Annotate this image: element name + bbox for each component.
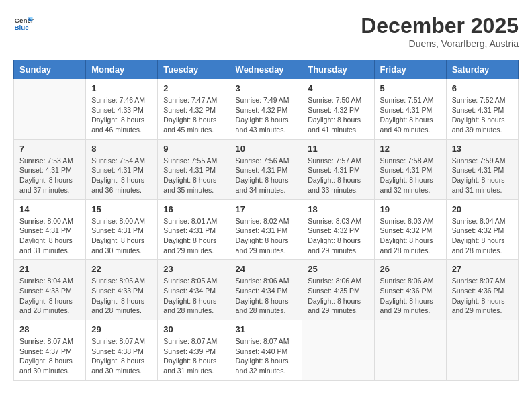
day-info: Sunrise: 8:06 AMSunset: 4:34 PMDaylight:… [236, 276, 297, 316]
calendar-header-row: Sunday Monday Tuesday Wednesday Thursday… [14, 60, 519, 79]
day-info: Sunrise: 7:55 AMSunset: 4:31 PMDaylight:… [163, 156, 224, 195]
calendar-cell: 27Sunrise: 8:07 AMSunset: 4:36 PMDayligh… [446, 260, 518, 320]
day-number: 26 [380, 264, 441, 274]
logo: General Blue [13, 13, 34, 34]
location: Duens, Vorarlberg, Austria [361, 38, 519, 49]
day-info: Sunrise: 8:01 AMSunset: 4:31 PMDaylight:… [163, 216, 224, 256]
day-info: Sunrise: 7:47 AMSunset: 4:32 PMDaylight:… [163, 95, 224, 135]
calendar-cell [14, 79, 86, 140]
calendar-table: Sunday Monday Tuesday Wednesday Thursday… [13, 60, 519, 381]
day-number: 27 [452, 264, 513, 274]
calendar-cell: 2Sunrise: 7:47 AMSunset: 4:32 PMDaylight… [158, 79, 230, 140]
day-number: 23 [163, 264, 224, 274]
day-info: Sunrise: 8:06 AMSunset: 4:35 PMDaylight:… [308, 276, 368, 316]
day-number: 16 [163, 204, 224, 214]
day-number: 22 [91, 264, 152, 274]
calendar-cell: 25Sunrise: 8:06 AMSunset: 4:35 PMDayligh… [302, 260, 374, 320]
day-info: Sunrise: 8:02 AMSunset: 4:31 PMDaylight:… [236, 216, 297, 256]
day-number: 30 [163, 324, 224, 334]
day-number: 13 [452, 144, 513, 154]
day-info: Sunrise: 8:04 AMSunset: 4:32 PMDaylight:… [452, 216, 513, 256]
day-number: 2 [163, 83, 224, 93]
calendar-cell: 22Sunrise: 8:05 AMSunset: 4:33 PMDayligh… [86, 260, 158, 320]
calendar-week-row: 21Sunrise: 8:04 AMSunset: 4:33 PMDayligh… [14, 260, 519, 320]
day-number: 28 [19, 324, 80, 334]
day-number: 29 [91, 324, 152, 334]
day-info: Sunrise: 8:05 AMSunset: 4:33 PMDaylight:… [91, 276, 152, 316]
calendar-cell: 19Sunrise: 8:03 AMSunset: 4:32 PMDayligh… [374, 199, 446, 260]
calendar-cell: 11Sunrise: 7:57 AMSunset: 4:31 PMDayligh… [302, 139, 374, 199]
calendar-cell: 4Sunrise: 7:50 AMSunset: 4:32 PMDaylight… [302, 79, 374, 140]
col-monday: Monday [86, 60, 158, 79]
calendar-cell [374, 320, 446, 381]
day-number: 17 [236, 204, 297, 214]
calendar-cell: 21Sunrise: 8:04 AMSunset: 4:33 PMDayligh… [14, 260, 86, 320]
day-info: Sunrise: 7:57 AMSunset: 4:31 PMDaylight:… [308, 156, 368, 195]
day-number: 5 [380, 83, 441, 93]
calendar-cell: 17Sunrise: 8:02 AMSunset: 4:31 PMDayligh… [230, 199, 302, 260]
calendar-cell: 9Sunrise: 7:55 AMSunset: 4:31 PMDaylight… [158, 139, 230, 199]
day-info: Sunrise: 8:03 AMSunset: 4:32 PMDaylight:… [308, 216, 368, 256]
calendar-week-row: 1Sunrise: 7:46 AMSunset: 4:33 PMDaylight… [14, 79, 519, 140]
day-info: Sunrise: 7:51 AMSunset: 4:31 PMDaylight:… [380, 95, 441, 135]
day-number: 19 [380, 204, 441, 214]
day-number: 3 [236, 83, 297, 93]
day-number: 7 [19, 144, 80, 154]
calendar-cell: 8Sunrise: 7:54 AMSunset: 4:31 PMDaylight… [86, 139, 158, 199]
day-number: 1 [91, 83, 152, 93]
day-info: Sunrise: 8:07 AMSunset: 4:38 PMDaylight:… [91, 336, 152, 376]
logo-icon: General Blue [13, 13, 34, 34]
month-title: December 2025 [361, 13, 519, 38]
calendar-cell: 13Sunrise: 7:59 AMSunset: 4:31 PMDayligh… [446, 139, 518, 199]
day-number: 6 [452, 83, 513, 93]
col-friday: Friday [374, 60, 446, 79]
day-number: 24 [236, 264, 297, 274]
svg-text:Blue: Blue [15, 24, 30, 31]
day-number: 12 [380, 144, 441, 154]
day-number: 25 [308, 264, 368, 274]
calendar-cell: 28Sunrise: 8:07 AMSunset: 4:37 PMDayligh… [14, 320, 86, 381]
day-info: Sunrise: 7:56 AMSunset: 4:31 PMDaylight:… [236, 156, 297, 195]
day-number: 9 [163, 144, 224, 154]
col-sunday: Sunday [14, 60, 86, 79]
calendar-cell: 5Sunrise: 7:51 AMSunset: 4:31 PMDaylight… [374, 79, 446, 140]
day-info: Sunrise: 7:53 AMSunset: 4:31 PMDaylight:… [19, 156, 80, 195]
day-number: 20 [452, 204, 513, 214]
calendar-cell: 23Sunrise: 8:05 AMSunset: 4:34 PMDayligh… [158, 260, 230, 320]
calendar-cell: 30Sunrise: 8:07 AMSunset: 4:39 PMDayligh… [158, 320, 230, 381]
calendar-cell: 26Sunrise: 8:06 AMSunset: 4:36 PMDayligh… [374, 260, 446, 320]
col-wednesday: Wednesday [230, 60, 302, 79]
calendar-cell: 1Sunrise: 7:46 AMSunset: 4:33 PMDaylight… [86, 79, 158, 140]
calendar-cell: 6Sunrise: 7:52 AMSunset: 4:31 PMDaylight… [446, 79, 518, 140]
calendar-cell: 7Sunrise: 7:53 AMSunset: 4:31 PMDaylight… [14, 139, 86, 199]
day-info: Sunrise: 8:06 AMSunset: 4:36 PMDaylight:… [380, 276, 441, 316]
calendar-cell: 20Sunrise: 8:04 AMSunset: 4:32 PMDayligh… [446, 199, 518, 260]
calendar-week-row: 7Sunrise: 7:53 AMSunset: 4:31 PMDaylight… [14, 139, 519, 199]
day-number: 10 [236, 144, 297, 154]
day-info: Sunrise: 7:54 AMSunset: 4:31 PMDaylight:… [91, 156, 152, 195]
day-info: Sunrise: 8:07 AMSunset: 4:40 PMDaylight:… [236, 336, 297, 376]
day-number: 14 [19, 204, 80, 214]
day-info: Sunrise: 8:00 AMSunset: 4:31 PMDaylight:… [19, 216, 80, 256]
day-info: Sunrise: 7:50 AMSunset: 4:32 PMDaylight:… [308, 95, 368, 135]
calendar-week-row: 28Sunrise: 8:07 AMSunset: 4:37 PMDayligh… [14, 320, 519, 381]
calendar-cell: 18Sunrise: 8:03 AMSunset: 4:32 PMDayligh… [302, 199, 374, 260]
day-info: Sunrise: 7:58 AMSunset: 4:31 PMDaylight:… [380, 156, 441, 195]
day-number: 15 [91, 204, 152, 214]
calendar-cell: 31Sunrise: 8:07 AMSunset: 4:40 PMDayligh… [230, 320, 302, 381]
day-info: Sunrise: 8:05 AMSunset: 4:34 PMDaylight:… [163, 276, 224, 316]
calendar-cell: 14Sunrise: 8:00 AMSunset: 4:31 PMDayligh… [14, 199, 86, 260]
day-info: Sunrise: 7:49 AMSunset: 4:32 PMDaylight:… [236, 95, 297, 135]
calendar-week-row: 14Sunrise: 8:00 AMSunset: 4:31 PMDayligh… [14, 199, 519, 260]
day-info: Sunrise: 8:00 AMSunset: 4:31 PMDaylight:… [91, 216, 152, 256]
day-info: Sunrise: 8:04 AMSunset: 4:33 PMDaylight:… [19, 276, 80, 316]
calendar-cell [302, 320, 374, 381]
col-saturday: Saturday [446, 60, 518, 79]
page-header: General Blue December 2025 Duens, Vorarl… [13, 13, 519, 49]
calendar-cell: 3Sunrise: 7:49 AMSunset: 4:32 PMDaylight… [230, 79, 302, 140]
day-number: 11 [308, 144, 368, 154]
calendar-cell: 15Sunrise: 8:00 AMSunset: 4:31 PMDayligh… [86, 199, 158, 260]
title-block: December 2025 Duens, Vorarlberg, Austria [361, 13, 519, 49]
day-info: Sunrise: 8:07 AMSunset: 4:39 PMDaylight:… [163, 336, 224, 376]
day-info: Sunrise: 8:07 AMSunset: 4:37 PMDaylight:… [19, 336, 80, 376]
